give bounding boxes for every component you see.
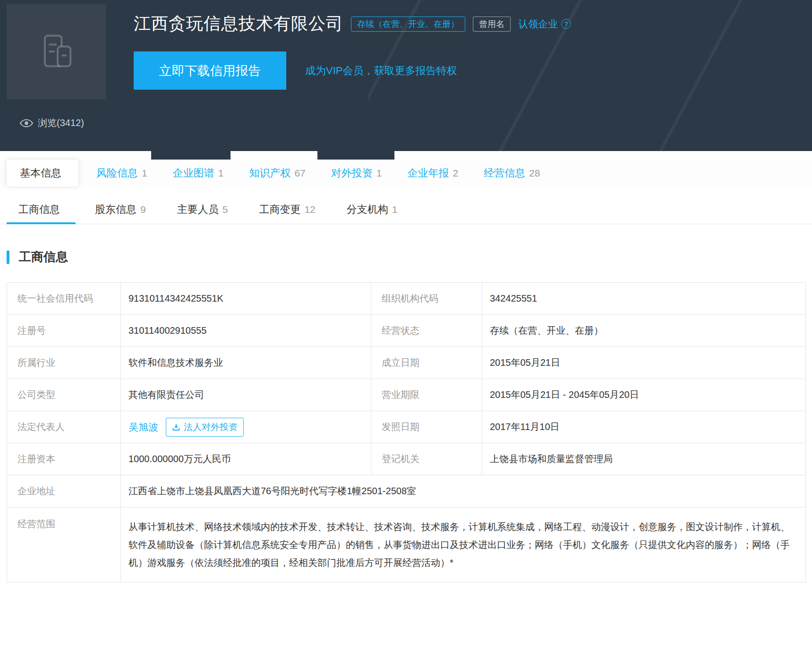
section-title: 工商信息 xyxy=(19,249,68,265)
subtab-key-personnel[interactable]: 主要人员5 xyxy=(165,195,240,224)
field-value: 310114002910555 xyxy=(121,315,371,347)
subtab-label: 股东信息 xyxy=(95,202,137,217)
header-decoration-strip xyxy=(0,151,812,160)
field-label: 法定代表人 xyxy=(7,411,121,443)
question-icon[interactable]: ? xyxy=(561,19,571,29)
tab-count: 67 xyxy=(294,168,305,179)
tab-label: 知识产权 xyxy=(249,166,291,180)
field-value: 2017年11月10日 xyxy=(482,411,806,443)
header-shade xyxy=(317,151,394,160)
table-row: 所属行业 软件和信息技术服务业 成立日期 2015年05月21日 xyxy=(7,347,806,379)
tab-label: 风险信息 xyxy=(96,166,138,180)
field-value: 软件和信息技术服务业 xyxy=(121,347,371,379)
field-label: 所属行业 xyxy=(7,347,121,379)
field-value: 上饶县市场和质量监督管理局 xyxy=(482,443,806,475)
tab-annual-report[interactable]: 企业年报2 xyxy=(400,160,466,186)
section-header: 工商信息 xyxy=(7,249,812,265)
sub-tabs: 工商信息 股东信息9 主要人员5 工商变更12 分支机构1 xyxy=(0,195,812,224)
company-logo xyxy=(7,4,106,99)
subtab-label: 工商信息 xyxy=(18,202,60,217)
table-row: 法定代表人 吴旭波 法人对外投资 发照日期 2017年11月10日 xyxy=(7,411,806,443)
tab-count: 1 xyxy=(142,168,147,179)
field-value: 1000.000000万元人民币 xyxy=(121,443,371,475)
field-label: 公司类型 xyxy=(7,379,121,411)
table-row: 注册资本 1000.000000万元人民币 登记机关 上饶县市场和质量监督管理局 xyxy=(7,443,806,475)
tab-count: 28 xyxy=(529,168,540,179)
tab-basic-info[interactable]: 基本信息 xyxy=(7,160,78,186)
table-row: 注册号 310114002910555 经营状态 存续（在营、开业、在册） xyxy=(7,315,806,347)
former-name-badge[interactable]: 曾用名 xyxy=(473,17,511,32)
field-value: 2015年05月21日 xyxy=(482,347,806,379)
subtab-business-change[interactable]: 工商变更12 xyxy=(247,195,327,224)
view-counter: 浏览(3412) xyxy=(20,117,84,129)
legal-investment-label: 法人对外投资 xyxy=(184,421,238,433)
tab-label: 经营信息 xyxy=(484,166,525,180)
tab-count: 1 xyxy=(218,168,224,179)
business-info-table: 统一社会信用代码 91310114342425551K 组织机构代码 34242… xyxy=(7,282,806,582)
building-icon xyxy=(33,28,80,75)
status-badge: 存续（在营、开业、在册） xyxy=(351,17,465,32)
field-label: 成立日期 xyxy=(371,347,482,379)
tab-operation-info[interactable]: 经营信息28 xyxy=(476,160,547,186)
tab-label: 对外投资 xyxy=(331,166,373,180)
field-label: 经营状态 xyxy=(371,315,482,347)
subtab-shareholder-info[interactable]: 股东信息9 xyxy=(83,195,158,224)
tab-count: 1 xyxy=(376,168,382,179)
subtab-business-info[interactable]: 工商信息 xyxy=(7,195,76,224)
tab-label: 基本信息 xyxy=(20,166,61,180)
company-name: 江西贪玩信息技术有限公司 xyxy=(134,12,343,35)
main-tabs: 基本信息 风险信息1 企业图谱1 知识产权67 对外投资1 企业年报2 经营信息… xyxy=(0,160,812,186)
tab-company-graph[interactable]: 企业图谱1 xyxy=(165,160,231,186)
company-header: 江西贪玩信息技术有限公司 存续（在营、开业、在册） 曾用名 认领企业 ? 立即下… xyxy=(0,0,812,151)
tab-risk-info[interactable]: 风险信息1 xyxy=(89,160,155,186)
field-label: 注册号 xyxy=(7,315,121,347)
field-value: 吴旭波 法人对外投资 xyxy=(121,411,371,443)
field-value: 江西省上饶市上饶县凤凰西大道76号阳光时代写字楼1幢2501-2508室 xyxy=(121,475,806,507)
field-value: 其他有限责任公司 xyxy=(121,379,371,411)
tab-label: 企业图谱 xyxy=(173,166,214,180)
table-row: 统一社会信用代码 91310114342425551K 组织机构代码 34242… xyxy=(7,283,806,315)
legal-representative-link[interactable]: 吴旭波 xyxy=(128,421,158,434)
field-label: 登记机关 xyxy=(371,443,482,475)
field-value: 2015年05月21日 - 2045年05月20日 xyxy=(482,379,806,411)
field-label: 组织机构代码 xyxy=(371,283,482,315)
field-label: 注册资本 xyxy=(7,443,121,475)
tab-intellectual-property[interactable]: 知识产权67 xyxy=(241,160,313,186)
table-row: 经营范围 从事计算机技术、网络技术领域内的技术开发、技术转让、技术咨询、技术服务… xyxy=(7,507,806,582)
field-value: 存续（在营、开业、在册） xyxy=(482,315,806,347)
tab-label: 企业年报 xyxy=(407,166,449,180)
header-shade xyxy=(151,151,231,160)
vip-upgrade-link[interactable]: 成为VIP会员，获取更多报告特权 xyxy=(305,64,457,78)
subtab-label: 分支机构 xyxy=(347,202,388,217)
field-value: 342425551 xyxy=(482,283,806,315)
section-accent-bar xyxy=(7,251,9,264)
field-value: 从事计算机技术、网络技术领域内的技术开发、技术转让、技术咨询、技术服务，计算机系… xyxy=(121,507,806,582)
field-label: 统一社会信用代码 xyxy=(7,283,121,315)
tab-count: 2 xyxy=(453,168,458,179)
subtab-label: 主要人员 xyxy=(177,202,219,217)
field-label: 发照日期 xyxy=(371,411,482,443)
tab-external-investment[interactable]: 对外投资1 xyxy=(324,160,390,186)
view-count: 浏览(3412) xyxy=(38,117,84,129)
subtab-branch-offices[interactable]: 分支机构1 xyxy=(335,195,410,224)
field-label: 营业期限 xyxy=(371,379,482,411)
field-label: 经营范围 xyxy=(7,507,121,582)
table-row: 公司类型 其他有限责任公司 营业期限 2015年05月21日 - 2045年05… xyxy=(7,379,806,411)
subtab-count: 12 xyxy=(304,204,315,215)
table-row: 企业地址 江西省上饶市上饶县凤凰西大道76号阳光时代写字楼1幢2501-2508… xyxy=(7,475,806,507)
claim-label: 认领企业 xyxy=(518,17,558,31)
eye-icon xyxy=(20,118,33,128)
subtab-count: 5 xyxy=(222,204,228,215)
field-label: 企业地址 xyxy=(7,475,121,507)
download-report-button[interactable]: 立即下载信用报告 xyxy=(134,51,286,90)
legal-investment-button[interactable]: 法人对外投资 xyxy=(166,418,244,437)
field-value: 91310114342425551K xyxy=(121,283,371,315)
claim-company-link[interactable]: 认领企业 ? xyxy=(518,17,571,31)
subtab-count: 1 xyxy=(392,204,398,215)
export-icon xyxy=(172,423,180,431)
subtab-count: 9 xyxy=(140,204,146,215)
subtab-label: 工商变更 xyxy=(259,202,300,217)
